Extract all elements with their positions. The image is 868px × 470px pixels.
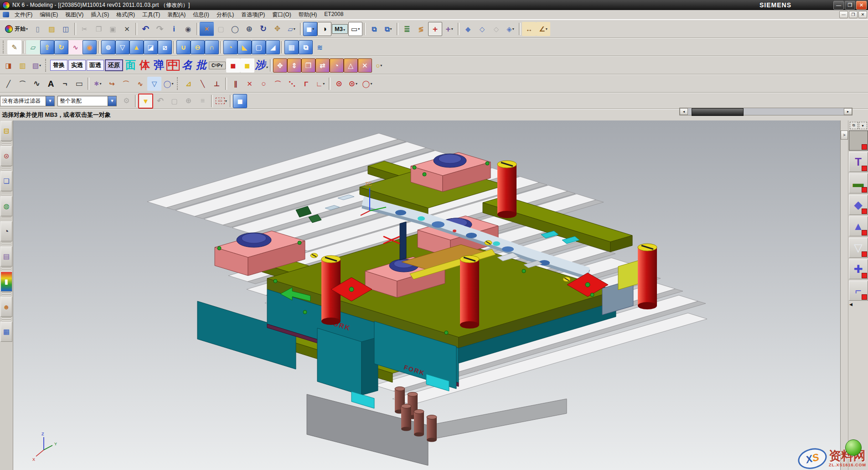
mdi-restore-button[interactable]: ❐ [849,11,858,18]
menu-help[interactable]: 帮助(H) [295,10,321,20]
move-face-icon[interactable]: ✥ [273,58,287,73]
menu-assemblies[interactable]: 装配(A) [164,10,189,20]
resize-face-icon[interactable]: △ [344,58,358,73]
pad-icon[interactable]: ▲ [129,40,144,54]
rotate-view-icon[interactable]: ↻ [256,22,270,36]
resize-blend-icon[interactable]: ◔ [330,58,344,73]
sketch-icon[interactable]: ✎ [7,40,21,54]
menu-insert[interactable]: 插入(S) [87,10,113,20]
open-icon[interactable]: ▨ [45,22,59,36]
find-component-icon[interactable]: ◉ [181,22,195,36]
perpendicular-line-icon[interactable]: ⊥ [210,77,224,91]
view-preset-m3-button[interactable]: M3 [332,24,348,34]
pattern-feature-icon[interactable]: ▦ [284,40,299,54]
model-canvas[interactable]: FORK FORK [13,120,840,470]
batch-char-button[interactable]: 批 [194,59,208,71]
interference-char-button[interactable]: 涉 [254,59,269,71]
show-solid-yellow-icon[interactable]: ◼ [240,58,254,73]
offset-region-icon[interactable]: ❐ [301,58,315,73]
dropdown-badge[interactable] [862,166,867,171]
measure-distance-icon[interactable]: ↔ [522,22,536,36]
show-only-cube-icon[interactable]: ◼ [233,94,247,108]
unite-icon[interactable]: ∪ [176,40,191,54]
scroll-left-arrow[interactable]: ◂ [680,108,688,115]
mirror-feature-icon[interactable]: ⧉ [299,40,313,54]
point-set-icon[interactable]: ✱ [91,77,105,91]
intersect-icon[interactable]: ∩ [205,40,219,54]
scroll-right-arrow[interactable]: ▸ [844,108,852,115]
draft-icon[interactable]: ◢ [266,40,280,54]
guide-bushing-part-button[interactable]: ▽ [849,238,868,258]
orient-csys-icon[interactable]: + [442,22,456,36]
paste-icon[interactable]: ▣ [106,22,120,36]
open-in-window-icon[interactable]: ▢ [167,94,181,108]
fillet-curve-icon[interactable]: Γ [299,77,313,91]
undo-icon[interactable]: ↶ [139,22,153,36]
part-info-icon[interactable]: i [167,22,181,36]
trim-body-icon[interactable]: ◪ [144,40,158,54]
mdi-minimize-button[interactable]: — [839,11,848,18]
zoom-region-icon[interactable]: ◯ [228,22,242,36]
zoom-window-icon[interactable]: ▢ [214,22,228,36]
history-tab[interactable]: ◔ [0,221,12,241]
replace-face-icon[interactable]: ⇄ [315,58,330,73]
menu-et2008[interactable]: ET2008 [320,10,347,20]
viewport-horizontal-scrollbar[interactable]: ◂ ▸ [679,108,852,115]
render-style-icon[interactable]: ◑ [317,22,331,36]
dropdown-badge[interactable] [862,209,867,214]
wave-sketch-icon[interactable]: ⊿ [181,77,196,91]
snap-intersection-icon[interactable]: ◈ [503,22,517,36]
die-insert-part-button[interactable]: ▬ [849,173,868,193]
menu-format[interactable]: 格式(R) [113,10,139,20]
boss-icon[interactable]: ⊚ [101,40,115,54]
revolve-icon[interactable]: ↻ [54,40,68,54]
tube-icon[interactable]: ◯ [161,77,176,91]
bridge-curve-icon[interactable]: ⌒ [119,77,133,91]
key-standard-parts-button[interactable] [849,131,868,151]
sequence-icon[interactable]: ≡ [196,94,210,108]
true-shading-icon[interactable]: ⧉ [367,22,381,36]
redo-icon[interactable]: ↷ [153,22,167,36]
menu-view[interactable]: 视图(V) [62,10,87,20]
wave-geometry-linker-icon[interactable]: ≋ [313,40,327,54]
panel-collapse-arrow[interactable]: > [841,131,848,140]
copy-tool-button[interactable]: CᴼPʏ [209,62,226,69]
show-solid-red-icon[interactable]: ◼ [226,58,240,73]
perspective-icon[interactable]: ▱ [284,22,299,36]
snap-point-icon[interactable]: ◆ [461,22,475,36]
edge-blend-icon[interactable]: ◔ [223,40,238,54]
zoom-in-out-icon[interactable]: ⊕ [242,22,256,36]
chamfer-icon[interactable]: ◣ [238,40,252,54]
snap-filter-icon[interactable]: ▼ [138,94,153,109]
subtract-icon[interactable]: ⊖ [191,40,205,54]
rotate-point-icon[interactable]: ⊕ [181,94,196,108]
dropdown-arrow-icon[interactable]: ▼ [46,96,54,106]
offset-curve-icon[interactable]: ↪ [105,77,119,91]
graphics-window[interactable]: FORK FORK [13,120,840,470]
datum-csys-icon[interactable]: + [428,22,442,36]
dropdown-badge[interactable] [862,230,867,235]
arc-icon[interactable]: ⌒ [16,77,30,91]
polyline-icon[interactable]: ⋱ [285,77,299,91]
cut-icon[interactable]: ✂ [78,22,92,36]
menu-file[interactable]: 文件(F) [11,10,36,20]
selection-scope-dropdown[interactable]: 整个装配 ▼ [57,96,117,106]
datum-plane-icon[interactable]: ▱ [26,40,40,54]
constraint-navigator-tab[interactable]: ⊙ [0,146,12,166]
start-button[interactable]: 开始 [1,22,31,36]
cam-bracket-part-button[interactable]: ◆ [849,195,868,215]
arc-3pt-icon[interactable]: ⌒ [271,77,285,91]
delete-icon[interactable]: ✕ [120,22,134,36]
solid-transparent-button[interactable]: 实透 [68,60,86,71]
face-analysis-swatch[interactable]: ▭ [348,22,362,36]
dropdown-badge[interactable] [862,294,867,300]
swept-icon[interactable]: ∿ [68,40,83,54]
center-char-button[interactable]: 中 [166,59,180,71]
menu-tools[interactable]: 工具(T) [139,10,164,20]
dropdown-badge[interactable] [862,187,867,193]
spline-icon[interactable]: ∿ [30,77,44,91]
selection-filter-dropdown[interactable]: 没有选择过滤器 ▼ [0,96,55,106]
snap-endpoint-icon[interactable]: ◇ [475,22,489,36]
dropdown-arrow-icon[interactable]: ▼ [108,96,116,106]
save-icon[interactable]: ◫ [59,22,73,36]
